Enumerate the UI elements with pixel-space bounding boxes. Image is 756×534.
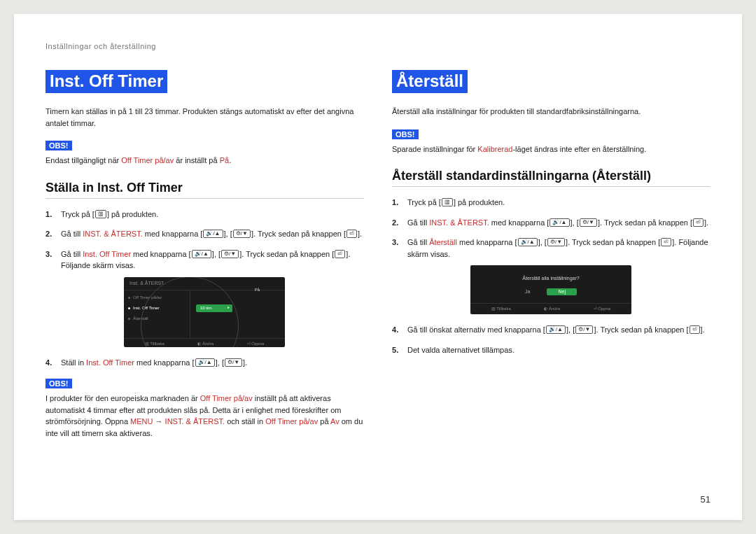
- osd-footer-item: ◐ Ändra: [544, 306, 560, 312]
- left-steps-list: Tryck på [▥] på produkten. Gå till INST.…: [46, 209, 364, 369]
- enter-icon: ⏎: [335, 250, 345, 258]
- step-item: Gå till Inst. Off Timer med knapparna [🔊…: [46, 248, 364, 347]
- accent-text: MENU: [130, 417, 153, 426]
- manual-page: Inställningar och återställning Inst. Of…: [14, 14, 742, 520]
- text: Gå till: [407, 238, 429, 246]
- text: ], [: [216, 358, 224, 367]
- enter-icon: ⏎: [693, 218, 704, 227]
- step-item: Tryck på [▥] på produkten.: [46, 209, 364, 220]
- osd-selected-pill: 10 tim.: [196, 304, 232, 312]
- text: ] på produkten.: [454, 198, 505, 206]
- text: -läget ändras inte efter en återställnin…: [512, 145, 646, 153]
- content-columns: Inst. Off Timer Timern kan ställas in på…: [46, 70, 710, 453]
- volume-up-icon: 🔊/▲: [195, 358, 215, 367]
- accent-text: INST. & ÅTERST.: [83, 230, 143, 238]
- text: ], [: [538, 238, 547, 246]
- osd-screenshot-left: Inst. & ÅTERST. Off Timer på/av Inst. Of…: [124, 277, 285, 347]
- right-intro: Återställ alla inställningar för produkt…: [392, 106, 710, 118]
- step-item: Gå till INST. & ÅTERST. med knapparna [🔊…: [392, 217, 710, 229]
- text: Gå till: [61, 230, 83, 238]
- text: Sparade inställningar för: [392, 145, 477, 153]
- left-intro: Timern kan ställas in på 1 till 23 timma…: [46, 106, 364, 129]
- left-note-2: I produkter för den europeiska marknaden…: [46, 393, 364, 439]
- menu-icon: ▥: [442, 198, 453, 206]
- text: ]. Tryck sedan på knappen [: [251, 230, 346, 238]
- channel-down-icon: ⚙/▼: [225, 358, 242, 367]
- text: Ställ in: [61, 358, 86, 367]
- accent-text: Off Timer på/av: [200, 394, 253, 402]
- page-number: 51: [701, 494, 710, 505]
- text: med knapparna [: [489, 218, 550, 227]
- right-subheading: Återställ standardinställningarna (Åters…: [392, 169, 710, 187]
- text: ] på produkten.: [107, 210, 158, 218]
- text: ], [: [212, 250, 220, 258]
- accent-text: INST. & ÅTERST.: [165, 417, 225, 426]
- obs-badge: OBS!: [392, 129, 419, 139]
- osd-question: Återställ alla inställningar?: [470, 265, 631, 288]
- right-column: Återställ Återställ alla inställningar f…: [392, 70, 710, 453]
- channel-down-icon: ⚙/▼: [580, 218, 597, 227]
- text: med knapparna [: [134, 358, 195, 367]
- step-item: Tryck på [▥] på produkten.: [392, 197, 710, 209]
- text: är inställt på: [174, 156, 219, 164]
- text: ], [: [570, 218, 579, 227]
- volume-up-icon: 🔊/▲: [192, 250, 211, 258]
- enter-icon: ⏎: [346, 230, 357, 238]
- text: ].: [358, 230, 362, 238]
- accent-text: Off Timer på/av: [121, 156, 174, 164]
- text: Gå till: [407, 218, 429, 227]
- accent-text: På: [220, 156, 229, 164]
- accent-text: Inst. Off Timer: [83, 250, 131, 258]
- obs-badge: OBS!: [46, 379, 72, 388]
- text: ]. Tryck sedan på knappen [: [598, 218, 692, 227]
- text: I produkter för den europeiska marknaden…: [46, 394, 200, 402]
- osd-footer-item: ⏎ Öppna: [594, 306, 611, 312]
- accent-text: Återställ: [429, 238, 457, 246]
- volume-up-icon: 🔊/▲: [518, 238, 538, 246]
- text: med knapparna [: [457, 238, 517, 246]
- channel-down-icon: ⚙/▼: [575, 325, 593, 334]
- enter-icon: ⏎: [690, 325, 700, 334]
- volume-up-icon: 🔊/▲: [203, 230, 223, 238]
- step-item: Gå till Återställ med knapparna [🔊/▲], […: [392, 237, 710, 314]
- step-item: Det valda alternativet tillämpas.: [392, 344, 710, 356]
- osd-value: På: [255, 287, 260, 293]
- text: ], [: [566, 325, 575, 334]
- right-note: Sparade inställningar för Kalibrerad-läg…: [392, 143, 710, 155]
- accent-text: Av: [330, 417, 340, 426]
- step-item: Ställ in Inst. Off Timer med knapparna […: [46, 357, 364, 369]
- text: Endast tillgängligt när: [46, 156, 121, 164]
- accent-text: INST. & ÅTERST.: [429, 218, 489, 227]
- text: Gå till önskat alternativ med knapparna …: [407, 325, 545, 334]
- osd-option-yes: Ja: [525, 288, 530, 296]
- text: ]. Tryck sedan på knappen [: [594, 325, 688, 334]
- text: på: [318, 417, 330, 426]
- text: med knapparna [: [131, 250, 191, 258]
- volume-up-icon: 🔊/▲: [546, 325, 566, 334]
- text: .: [229, 156, 231, 164]
- accent-text: Inst. Off Timer: [86, 358, 134, 367]
- section-title-left: Inst. Off Timer: [46, 70, 167, 93]
- section-title-right: Återställ: [392, 70, 468, 93]
- osd-screenshot-right: Återställ alla inställningar? Ja Nej ▥ T…: [470, 265, 631, 314]
- text: Tryck på [: [61, 210, 94, 218]
- channel-down-icon: ⚙/▼: [233, 230, 251, 238]
- osd-option-no: Nej: [547, 288, 577, 296]
- text: ], [: [224, 230, 232, 238]
- text: ].: [701, 325, 705, 334]
- text: ].: [243, 358, 247, 367]
- step-item: Gå till INST. & ÅTERST. med knapparna [🔊…: [46, 228, 364, 240]
- accent-text: Kalibrerad: [477, 145, 512, 153]
- left-column: Inst. Off Timer Timern kan ställas in på…: [46, 70, 364, 453]
- text: med knapparna [: [143, 230, 203, 238]
- right-steps-list: Tryck på [▥] på produkten. Gå till INST.…: [392, 197, 710, 356]
- page-header: Inställningar och återställning: [46, 42, 710, 50]
- text: ]. Tryck sedan på knappen [: [239, 250, 334, 258]
- volume-up-icon: 🔊/▲: [550, 218, 569, 227]
- channel-down-icon: ⚙/▼: [221, 250, 239, 258]
- menu-icon: ▥: [95, 210, 106, 218]
- text: →: [153, 417, 164, 426]
- text: ]. Tryck sedan på knappen [: [566, 238, 660, 246]
- text: Gå till: [61, 250, 83, 258]
- text: och ställ in: [225, 417, 265, 426]
